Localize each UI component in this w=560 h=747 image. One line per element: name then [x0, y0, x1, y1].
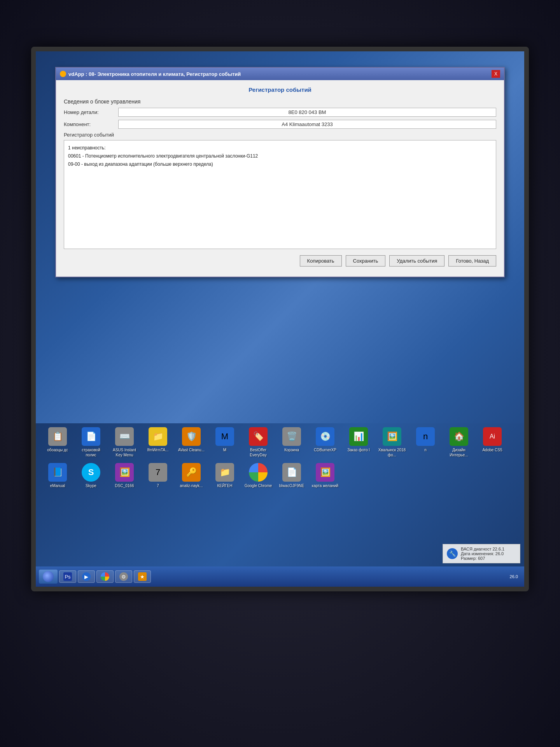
desktop-icon-21[interactable]: 📄bIwacOJF9NE [278, 463, 306, 488]
icon-image-5: M [215, 427, 234, 446]
desktop-icon-3[interactable]: 📁IfmWrmTA... [144, 427, 172, 458]
desktop-icon-12[interactable]: 🏠Дизайн Интерье... [445, 427, 473, 458]
icon-label-6: BestOffer EveryDay [244, 447, 272, 458]
icon-label-12: Дизайн Интерье... [445, 447, 473, 458]
desktop-icon-1[interactable]: 📄страховой полис [77, 427, 105, 458]
icon-label-16: DSC_0166 [115, 483, 134, 488]
desktop-icon-17[interactable]: 77 [144, 463, 172, 488]
part-number-row: Номер детали: 8E0 820 043 BM [64, 108, 496, 117]
close-button[interactable]: X [492, 70, 500, 78]
icon-label-20: Google Chrome [245, 483, 272, 488]
desktop-icon-2[interactable]: ⌨️ASUS Instant Key Menu [110, 427, 138, 458]
desktop-icon-10[interactable]: 🖼️Хвалынск 2018 фо... [378, 427, 406, 458]
icon-image-3: 📁 [149, 427, 167, 446]
desktop-icon-18[interactable]: 🔑analiz-nayk... [177, 463, 205, 488]
info-date: Дата изменения: 26.0 [461, 551, 504, 556]
dialog-body: Регистратор событий Сведения о блоке упр… [56, 80, 504, 277]
icon-image-9: 📊 [349, 427, 368, 446]
chrome-taskbar-icon [101, 572, 109, 581]
icon-label-21: bIwacOJF9NE [279, 483, 304, 488]
desktop-icon-9[interactable]: 📊Заказ фото l [345, 427, 373, 458]
part-number-value: 8E0 820 043 BM [118, 108, 496, 117]
taskbar-ps-item[interactable]: Ps [59, 570, 76, 583]
taskbar-chrome-item[interactable] [96, 570, 114, 583]
desktop: vdApp : 08- Электроника отопителя и клим… [36, 51, 524, 587]
icon-label-0: обоазцы дс [47, 447, 68, 452]
info-size: Размер: 607 [461, 556, 504, 561]
icon-image-11: n [416, 427, 435, 446]
icon-image-20 [249, 463, 268, 482]
ps-icon: Ps [63, 572, 72, 581]
icon-label-9: Заказ фото l [347, 447, 370, 452]
dialog-buttons: Копировать Сохранить Удалить события Гот… [64, 255, 496, 270]
dialog-title-text: vdApp : 08- Электроника отопителя и клим… [68, 71, 241, 77]
screen: vdApp : 08- Электроника отопителя и клим… [36, 51, 524, 587]
clock-time: 26.0 [510, 574, 518, 579]
icon-image-19: 📁 [215, 463, 234, 482]
desktop-icon-5[interactable]: MM [211, 427, 239, 458]
icon-image-4: 🛡️ [182, 427, 201, 446]
part-number-label: Номер детали: [64, 109, 118, 115]
fault-code: 00601 - Потенциометр исполнительного эле… [68, 153, 492, 160]
info-row: 🔧 ВАСЯ диагност 22.6.1 Дата изменения: 2… [447, 547, 516, 561]
icon-image-12: 🏠 [450, 427, 468, 446]
desktop-icon-16[interactable]: 🖼️DSC_0166 [110, 463, 138, 488]
monitor-bezel: vdApp : 08- Электроника отопителя и клим… [31, 47, 529, 591]
copy-button[interactable]: Копировать [300, 255, 342, 267]
start-orb [43, 571, 54, 582]
icon-label-1: страховой полис [77, 447, 105, 458]
desktop-icon-20[interactable]: Google Chrome [244, 463, 272, 488]
icon-image-21: 📄 [282, 463, 301, 482]
desktop-icon-6[interactable]: 🏷️BestOffer EveryDay [244, 427, 272, 458]
delete-events-button[interactable]: Удалить события [389, 255, 444, 267]
icon-image-16: 🖼️ [115, 463, 134, 482]
taskbar-clock: 26.0 [507, 574, 521, 579]
taskbar-settings-item[interactable]: ⚙ [115, 570, 132, 583]
taskbar-items: Ps ▶ ⚙ ★ [59, 570, 505, 583]
settings-icon: ⚙ [119, 572, 128, 581]
icon-image-1: 📄 [82, 427, 100, 446]
done-back-button[interactable]: Готово, Назад [448, 255, 496, 267]
icon-label-2: ASUS Instant Key Menu [110, 447, 138, 458]
taskbar-arrow-item[interactable]: ▶ [78, 570, 95, 583]
icons-row: 📋обоазцы дс📄страховой полис⌨️ASUS Instan… [36, 423, 524, 492]
desktop-icon-13[interactable]: AiAdobe CS5 [478, 427, 506, 458]
event-log-box: 1 неисправность: 00601 - Потенциометр ис… [64, 140, 496, 249]
fault-detail: 09-00 - выход из диапазона адаптации (бо… [68, 161, 492, 168]
icon-label-14: eManual [50, 483, 65, 488]
start-button[interactable] [39, 570, 58, 584]
icon-image-6: 🏷️ [249, 427, 268, 446]
arrow-icon: ▶ [82, 572, 91, 581]
desktop-icon-0[interactable]: 📋обоазцы дс [44, 427, 72, 458]
desktop-icon-22[interactable]: 🖼️карта желаний [311, 463, 339, 488]
icon-label-18: analiz-nayk... [180, 483, 203, 488]
desktop-icon-8[interactable]: 💿CDBurnerXP [311, 427, 339, 458]
icon-label-11: n [424, 447, 427, 452]
icon-label-5: M [223, 447, 226, 452]
icon-label-13: Adobe CS5 [482, 447, 502, 452]
desktop-icon-15[interactable]: SSkype [77, 463, 105, 488]
taskbar: Ps ▶ ⚙ ★ 26.0 [36, 566, 524, 587]
desktop-icon-19[interactable]: 📁КЕЙГЕН [211, 463, 239, 488]
icon-label-7: Корзина [284, 447, 299, 452]
icon-image-14: 📘 [48, 463, 67, 482]
vasya-icon: 🔧 [447, 548, 458, 559]
icon-image-2: ⌨️ [115, 427, 134, 446]
save-button[interactable]: Сохранить [346, 255, 386, 267]
desktop-icon-7[interactable]: 🗑️Корзина [278, 427, 306, 458]
icon-label-8: CDBurnerXP [314, 447, 336, 452]
icon-image-18: 🔑 [182, 463, 201, 482]
icon-label-22: карта желаний [312, 483, 338, 488]
desktop-icon-4[interactable]: 🛡️AVast Cleanu... [177, 427, 205, 458]
desktop-icon-11[interactable]: nn [411, 427, 439, 458]
component-row: Компонент: A4 Klimaautomat 3233 [64, 120, 496, 129]
info-panel: 🔧 ВАСЯ диагност 22.6.1 Дата изменения: 2… [443, 544, 520, 563]
fault-count: 1 неисправность: [68, 144, 492, 152]
dialog-titlebar: vdApp : 08- Электроника отопителя и клим… [56, 68, 504, 80]
dialog-window: vdApp : 08- Электроника отопителя и клим… [55, 67, 505, 277]
icon-label-19: КЕЙГЕН [217, 483, 233, 488]
icon-image-17: 7 [149, 463, 167, 482]
desktop-icon-14[interactable]: 📘eManual [44, 463, 72, 488]
icon-label-10: Хвалынск 2018 фо... [378, 447, 406, 458]
taskbar-extra-item[interactable]: ★ [134, 570, 151, 583]
